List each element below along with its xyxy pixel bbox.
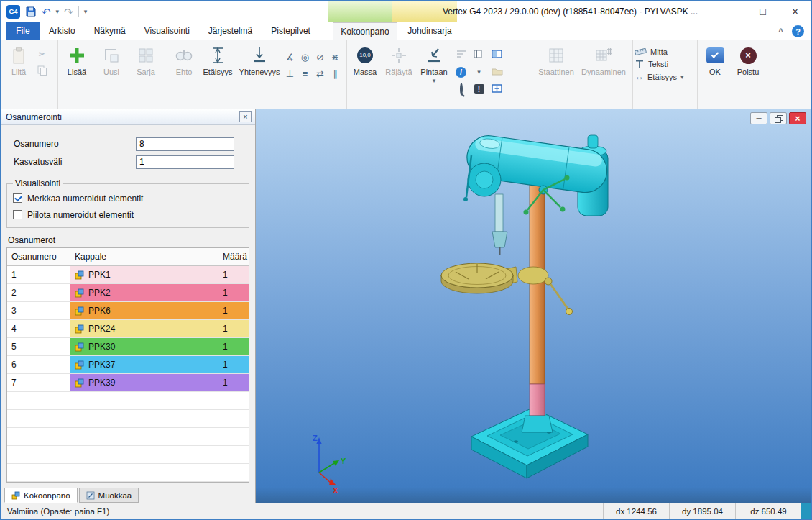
tab-arkisto[interactable]: Arkisto [40, 22, 85, 40]
table-row[interactable]: 2 PPK2 1 [7, 284, 249, 302]
row-part-cell[interactable]: PPK30 [70, 338, 218, 355]
sort-icon[interactable] [456, 50, 466, 60]
coincidence-button[interactable]: Yhtenevyys [236, 42, 282, 77]
column-header-maara[interactable]: Määrä [218, 248, 249, 265]
row-part-cell[interactable]: PPK1 [70, 266, 218, 283]
magnifier-icon[interactable] [460, 84, 463, 94]
table-row[interactable]: 1 PPK1 1 [7, 266, 249, 284]
minimize-button[interactable]: ─ [714, 1, 747, 22]
exit-button[interactable]: × Poistu [731, 42, 765, 77]
tab-kokoonpano[interactable]: Kokoonpano [333, 22, 397, 40]
row-part-cell[interactable]: PPK24 [70, 320, 218, 337]
measure-button[interactable]: Mitta [635, 47, 684, 56]
table-row[interactable]: 6 PPK37 1 [7, 356, 249, 374]
paste-button[interactable]: Liitä [2, 42, 35, 77]
panel-header[interactable]: Osanumerointi × [1, 109, 255, 125]
info-icon[interactable]: i [456, 67, 466, 78]
distance-constraint-button[interactable]: Etäisyys [199, 42, 236, 77]
dimension-text-button[interactable]: Teksti [635, 59, 684, 68]
row-part-cell[interactable]: PPK2 [70, 284, 218, 301]
mass-button[interactable]: 10,0 Massa [349, 42, 382, 77]
tab-pistepilvet[interactable]: Pistepilvet [262, 22, 320, 40]
row-number-cell: 2 [7, 284, 70, 301]
row-qty-cell: 1 [218, 302, 249, 319]
row-part-cell[interactable]: PPK39 [70, 374, 218, 391]
part-icon [75, 378, 84, 388]
tab-jarjestelma[interactable]: Järjestelmä [199, 22, 262, 40]
angle-constraint-icon[interactable]: ∡ [282, 49, 297, 65]
window-new-icon[interactable] [492, 84, 503, 95]
maximize-button[interactable]: □ [747, 1, 779, 22]
cut-icon[interactable]: ✂ [35, 47, 50, 60]
measure-distance-button[interactable]: ↔ Etäisyys ▾ [635, 71, 684, 82]
checkbox-merkkaa[interactable]: Merkkaa numeroidut elementit [13, 190, 243, 206]
folder-icon[interactable] [492, 67, 503, 78]
table-row[interactable]: 3 PPK6 1 [7, 302, 249, 320]
to-surface-dropdown-icon[interactable]: ▾ [433, 77, 436, 84]
resize-grip[interactable] [801, 503, 811, 519]
tab-visualisointi[interactable]: Visualisointi [135, 22, 199, 40]
info-dropdown-icon[interactable]: ▾ [477, 68, 481, 76]
parallel-constraint-icon[interactable]: ∥ [328, 65, 343, 82]
kasvatusvali-input[interactable] [136, 155, 234, 169]
status-bar: Valmiina (Opaste: paina F1) dx 1244.56 d… [1, 503, 811, 519]
tab-nakyma[interactable]: Näkymä [85, 22, 135, 40]
collapse-ribbon-button[interactable]: ^ [778, 27, 783, 37]
viewport-minimize-button[interactable]: ─ [750, 112, 767, 124]
measure-distance-dropdown-icon[interactable]: ▾ [680, 73, 684, 81]
panel-tab-muokkaa[interactable]: Muokkaa [79, 488, 139, 503]
static-collision-button[interactable]: Staattinen [534, 42, 578, 77]
osanumero-input[interactable] [136, 137, 234, 151]
undo-button[interactable]: ↶ [42, 6, 51, 17]
parallel-lines-constraint-icon[interactable]: ≡ [297, 65, 313, 82]
axis-y-label: Y [341, 457, 346, 465]
undo-dropdown-icon[interactable]: ▾ [56, 8, 60, 15]
window-split-icon[interactable] [492, 50, 503, 60]
tab-file[interactable]: File [6, 22, 40, 40]
series-button[interactable]: Sarja [129, 42, 163, 77]
viewport-close-button[interactable]: × [789, 112, 806, 124]
table-row[interactable]: 4 PPK24 1 [7, 320, 249, 338]
new-part-button[interactable]: Uusi [94, 42, 129, 77]
customize-toolbar-button[interactable]: ▾ [84, 8, 88, 15]
tab-johdinsarja[interactable]: Johdinsarja [397, 22, 462, 40]
swap-constraint-icon[interactable]: ⇄ [313, 65, 328, 82]
table-row[interactable]: 7 PPK39 1 [7, 374, 249, 392]
column-header-osanumero[interactable]: Osanumero [7, 248, 70, 265]
column-header-kappale[interactable]: Kappale [70, 248, 218, 265]
save-button[interactable] [25, 6, 37, 17]
part-icon [75, 270, 84, 280]
app-logo-icon[interactable]: G4 [6, 5, 20, 19]
panel-close-button[interactable]: × [239, 111, 252, 122]
part-icon [75, 360, 84, 370]
copy-icon[interactable] [35, 64, 50, 77]
viewport-3d[interactable]: ─ × [256, 109, 811, 503]
panel-tab-kokoonpano[interactable]: Kokoonpano [4, 488, 78, 503]
drill-table[interactable] [441, 263, 573, 315]
dynamic-collision-button[interactable]: Dynaaminen [578, 42, 629, 77]
table-row-empty [7, 464, 249, 482]
row-part-cell[interactable]: PPK6 [70, 302, 218, 319]
help-button[interactable]: ? [792, 25, 804, 37]
to-surface-button[interactable]: Pintaan ▾ [416, 42, 452, 84]
ok-button[interactable]: OK [699, 42, 731, 77]
piilota-checkbox-box[interactable] [13, 210, 22, 219]
pattern-constraint-icon[interactable]: ⋇ [328, 49, 343, 65]
concentric-constraint-icon[interactable]: ◎ [297, 49, 313, 65]
row-part-cell[interactable]: PPK37 [70, 356, 218, 373]
tangent-constraint-icon[interactable]: ⊘ [313, 49, 328, 65]
add-part-label: Lisää [68, 68, 86, 77]
redo-button[interactable]: ↷ [64, 6, 73, 17]
close-button[interactable]: × [779, 1, 811, 22]
add-part-button[interactable]: Lisää [60, 42, 94, 77]
merkkaa-checkbox-box[interactable] [13, 193, 22, 203]
drill-column[interactable] [522, 181, 553, 433]
perpendicular-constraint-icon[interactable]: ⊥ [282, 65, 297, 82]
checkbox-piilota[interactable]: Piilota numeroidut elementit [13, 206, 243, 223]
condition-button[interactable]: Ehto [169, 42, 199, 77]
viewport-restore-button[interactable] [770, 112, 787, 124]
alert-icon[interactable]: ! [474, 84, 484, 94]
table-dropdown-icon[interactable] [474, 50, 485, 60]
explode-button[interactable]: Räjäytä [382, 42, 416, 77]
table-row[interactable]: 5 PPK30 1 [7, 338, 249, 356]
